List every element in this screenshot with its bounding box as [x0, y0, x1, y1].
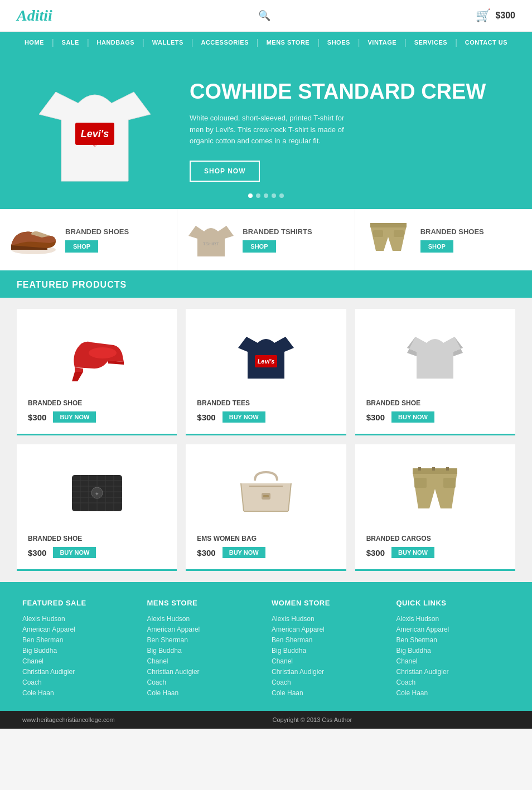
svg-rect-5 [370, 223, 407, 227]
nav-accessories[interactable]: ACCESSORIES [193, 39, 257, 46]
nav-handbags[interactable]: HANDBAGS [89, 39, 143, 46]
product-card: BRANDED CARGOS $300 BUY NOW [355, 444, 515, 571]
hero-shop-button[interactable]: SHOP NOW [190, 161, 260, 182]
footer-col-featured-sale: FEATURED SALE Alexis Hudson American App… [22, 599, 136, 700]
nav-home[interactable]: HOME [17, 39, 52, 46]
product-card: BRANDED SHOE $300 BUY NOW [17, 309, 177, 435]
cart[interactable]: 🛒 $300 [476, 8, 515, 23]
cat-name: BRANDED TSHIRTS [243, 227, 312, 236]
svg-text:Levi's: Levi's [81, 128, 109, 139]
nav-wallets[interactable]: WALLETS [144, 39, 191, 46]
footer-link[interactable]: Coach [147, 678, 261, 686]
cat-info: BRANDED SHOES SHOP [420, 227, 484, 253]
buy-button[interactable]: BUY NOW [53, 547, 96, 558]
cat-shop-button[interactable]: SHOP [243, 240, 275, 253]
svg-rect-31 [432, 467, 435, 471]
bag-svg [233, 464, 299, 520]
cat-shop-button[interactable]: SHOP [420, 240, 453, 253]
footer-link[interactable]: Christian Audigier [272, 668, 385, 676]
footer-copyright: Copyright © 2013 Css Author [115, 716, 510, 723]
footer-link[interactable]: Alexis Hudson [147, 615, 261, 623]
footer-link[interactable]: Coach [272, 678, 385, 686]
footer-link[interactable]: Alexis Hudson [272, 615, 385, 623]
dot-2[interactable] [256, 193, 260, 198]
footer-link[interactable]: American Apparel [147, 626, 261, 633]
dot-3[interactable] [264, 193, 268, 198]
products-grid: BRANDED SHOE $300 BUY NOW Levi's BRANDED… [0, 298, 532, 582]
buy-button[interactable]: BUY NOW [391, 547, 434, 558]
buy-button[interactable]: BUY NOW [223, 411, 265, 423]
product-card: EMS WOMEN BAG $300 BUY NOW [186, 444, 346, 571]
product-bottom: $300 BUY NOW [28, 547, 96, 558]
main-nav: HOME | SALE | HANDBAGS | WALLETS | ACCES… [0, 32, 532, 53]
footer-link[interactable]: Ben Sherman [147, 636, 261, 644]
search-icon[interactable]: 🔍 [258, 9, 270, 22]
featured-title: FEATURED PRODUCTS [17, 280, 515, 290]
footer-link[interactable]: Ben Sherman [396, 636, 510, 644]
nav-mens-store[interactable]: MENS STORE [259, 39, 318, 46]
hero-product-image: Levi's ® [39, 70, 151, 192]
nav-sale[interactable]: SALE [54, 39, 87, 46]
buy-button[interactable]: BUY NOW [223, 547, 265, 558]
footer-link[interactable]: Ben Sherman [272, 636, 385, 644]
footer-link[interactable]: American Apparel [396, 626, 510, 633]
product-price: $300 [197, 548, 215, 558]
nav-shoes[interactable]: SHOES [320, 39, 358, 46]
footer-link[interactable]: Alexis Hudson [22, 615, 136, 623]
footer-link[interactable]: Ben Sherman [22, 636, 136, 644]
footer-link[interactable]: Chanel [22, 657, 136, 665]
footer-link[interactable]: Cole Haan [22, 689, 136, 697]
footer-link[interactable]: Christian Audigier [396, 668, 510, 676]
nav-vintage[interactable]: VINTAGE [360, 39, 404, 46]
footer-link[interactable]: Cole Haan [272, 689, 385, 697]
tee-svg: Levi's [235, 328, 297, 384]
footer-link[interactable]: Chanel [147, 657, 261, 665]
shoe-icon [8, 222, 59, 258]
svg-text:✦: ✦ [95, 491, 99, 497]
product-bottom: $300 BUY NOW [366, 547, 434, 558]
footer-link[interactable]: Alexis Hudson [396, 615, 510, 623]
product-card: Levi's BRANDED TEES $300 BUY NOW [186, 309, 346, 435]
cat-image-tshirt: TSHIRT [186, 220, 236, 259]
svg-rect-6 [373, 230, 383, 237]
svg-text:Levi's: Levi's [258, 358, 275, 365]
footer-link[interactable]: Chanel [396, 657, 510, 665]
buy-button[interactable]: BUY NOW [53, 411, 96, 423]
product-name: BRANDED TEES [197, 399, 250, 407]
footer-link[interactable]: Coach [396, 678, 510, 686]
footer-link[interactable]: Cole Haan [147, 689, 261, 697]
footer-link[interactable]: Big Buddha [22, 647, 136, 655]
cat-image-shoes [8, 220, 59, 259]
shorts-icon [365, 220, 412, 259]
product-image-plain-tee [366, 320, 504, 392]
category-shorts: BRANDED SHOES SHOP [355, 209, 532, 270]
dot-1[interactable] [248, 193, 253, 198]
footer-link[interactable]: Cole Haan [396, 689, 510, 697]
footer-link[interactable]: Christian Audigier [22, 668, 136, 676]
product-name: BRANDED SHOE [28, 399, 82, 407]
nav-contact[interactable]: CONTACT US [457, 39, 515, 46]
footer-link[interactable]: American Apparel [272, 626, 385, 633]
footer-link[interactable]: Big Buddha [396, 647, 510, 655]
cart-amount: $300 [495, 11, 515, 21]
product-price: $300 [28, 413, 46, 422]
footer-link[interactable]: Christian Audigier [147, 668, 261, 676]
footer-col-women-store: WOMEN STORE Alexis Hudson American Appar… [272, 599, 385, 700]
hero-dots [248, 193, 284, 198]
footer-link[interactable]: Big Buddha [272, 647, 385, 655]
svg-rect-32 [446, 467, 449, 471]
nav-services[interactable]: SERVICES [407, 39, 455, 46]
dot-4[interactable] [272, 193, 276, 198]
footer-link[interactable]: Coach [22, 678, 136, 686]
svg-rect-7 [394, 230, 404, 237]
dot-5[interactable] [279, 193, 284, 198]
category-tshirts: TSHIRT BRANDED TSHIRTS SHOP [177, 209, 355, 270]
product-card: BRANDED SHOE $300 BUY NOW [355, 309, 515, 435]
product-bottom: $300 BUY NOW [197, 411, 265, 423]
cat-shop-button[interactable]: SHOP [65, 240, 98, 253]
footer-link[interactable]: Big Buddha [147, 647, 261, 655]
footer-link[interactable]: Chanel [272, 657, 385, 665]
buy-button[interactable]: BUY NOW [391, 411, 434, 423]
footer-link[interactable]: American Apparel [22, 626, 136, 633]
product-price: $300 [28, 548, 46, 558]
